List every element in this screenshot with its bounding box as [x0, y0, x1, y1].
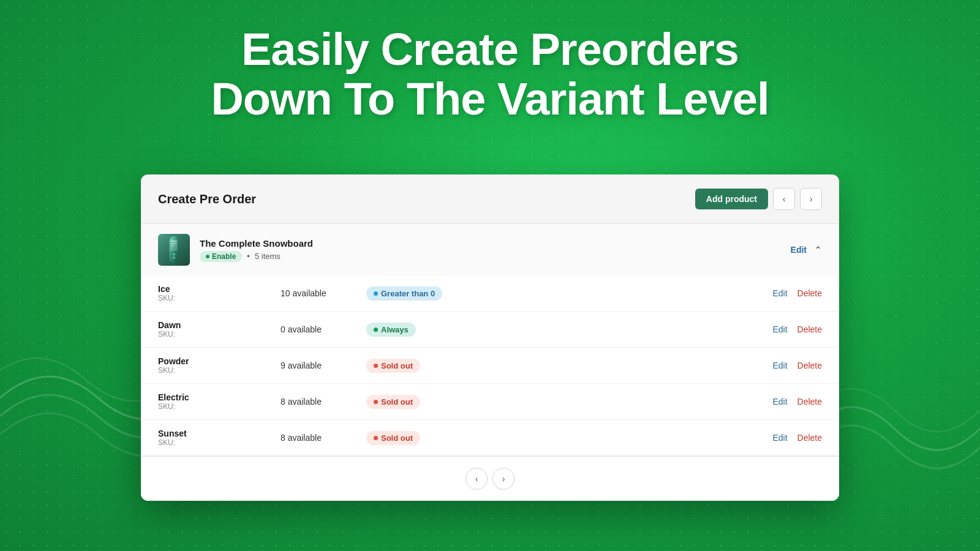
next-page-button[interactable]: › [800, 188, 822, 210]
product-edit-button[interactable]: Edit [791, 245, 807, 255]
variant-name-0: Ice [158, 284, 281, 294]
pagination-next-icon: › [502, 474, 505, 484]
variant-availability-3: 8 available [281, 397, 366, 407]
variant-actions-2: Edit Delete [772, 361, 822, 370]
badge-dot-2 [374, 364, 378, 368]
variant-actions-1: Edit Delete [772, 324, 822, 334]
variant-edit-button-4[interactable]: Edit [772, 433, 787, 443]
product-items-count: 5 items [255, 252, 281, 261]
badge-label-3: Sold out [381, 397, 413, 407]
chevron-right-icon: › [810, 194, 813, 204]
variant-delete-button-3[interactable]: Delete [797, 397, 822, 407]
variant-info-4: Sunset SKU: [158, 429, 281, 447]
table-row: Electric SKU: 8 available Sold out Edit … [141, 384, 839, 420]
variant-edit-button-3[interactable]: Edit [772, 397, 787, 407]
variant-delete-button-4[interactable]: Delete [797, 433, 822, 443]
main-card: Create Pre Order Add product ‹ › [141, 174, 839, 501]
enable-badge-label: Enable [212, 252, 236, 261]
product-meta: Enable • 5 items [200, 251, 791, 262]
variant-name-4: Sunset [158, 429, 281, 438]
prev-page-button[interactable]: ‹ [773, 188, 795, 210]
variant-badge-4: Sold out [366, 431, 772, 445]
svg-rect-2 [171, 241, 176, 242]
product-section: The Complete Snowboard Enable • 5 items … [141, 224, 839, 456]
variant-status-badge-0: Greater than 0 [366, 287, 442, 301]
table-row: Sunset SKU: 8 available Sold out Edit De… [141, 420, 839, 455]
variant-sku-2: SKU: [158, 366, 281, 375]
svg-rect-4 [171, 246, 175, 247]
header-actions: Add product ‹ › [695, 188, 822, 210]
badge-dot-1 [374, 328, 378, 332]
table-row: Ice SKU: 10 available Greater than 0 Edi… [141, 276, 839, 312]
badge-dot-0 [374, 291, 378, 296]
variant-edit-button-1[interactable]: Edit [772, 324, 787, 334]
product-enable-badge: Enable [200, 251, 242, 262]
variant-badge-2: Sold out [366, 359, 772, 373]
product-meta-dot: • [247, 252, 250, 261]
variant-list: Ice SKU: 10 available Greater than 0 Edi… [141, 276, 839, 455]
variant-badge-1: Always [366, 323, 772, 337]
card-header: Create Pre Order Add product ‹ › [141, 174, 839, 224]
card-body: The Complete Snowboard Enable • 5 items … [141, 224, 839, 456]
table-row: Dawn SKU: 0 available Always Edit Delete [141, 312, 839, 348]
variant-name-3: Electric [158, 392, 281, 402]
pagination-prev-button[interactable]: ‹ [466, 468, 488, 490]
chevron-left-icon: ‹ [783, 194, 786, 204]
svg-point-6 [173, 257, 175, 259]
collapse-icon[interactable]: ⌃ [814, 244, 822, 256]
variant-status-badge-4: Sold out [366, 431, 420, 445]
product-info: The Complete Snowboard Enable • 5 items [200, 238, 791, 262]
variant-sku-4: SKU: [158, 438, 281, 447]
product-header: The Complete Snowboard Enable • 5 items … [141, 224, 839, 276]
variant-badge-0: Greater than 0 [366, 287, 772, 301]
variant-availability-1: 0 available [281, 324, 366, 334]
pagination-next-button[interactable]: › [492, 468, 514, 490]
variant-info-3: Electric SKU: [158, 392, 281, 411]
variant-actions-0: Edit Delete [772, 288, 822, 298]
variant-delete-button-1[interactable]: Delete [797, 324, 822, 334]
badge-label-4: Sold out [381, 433, 413, 443]
badge-label-2: Sold out [381, 361, 413, 370]
pagination-prev-icon: ‹ [475, 474, 478, 484]
product-image [158, 234, 190, 266]
variant-availability-2: 9 available [281, 361, 366, 370]
variant-delete-button-0[interactable]: Delete [797, 288, 822, 298]
badge-dot-4 [374, 436, 378, 440]
badge-label-0: Greater than 0 [381, 289, 435, 298]
svg-point-5 [173, 253, 175, 256]
variant-status-badge-2: Sold out [366, 359, 420, 373]
variant-badge-3: Sold out [366, 395, 772, 409]
svg-rect-3 [171, 243, 176, 244]
table-row: Powder SKU: 9 available Sold out Edit De… [141, 348, 839, 384]
variant-delete-button-2[interactable]: Delete [797, 361, 822, 370]
variant-actions-4: Edit Delete [772, 433, 822, 443]
badge-dot-3 [374, 400, 378, 404]
variant-status-badge-3: Sold out [366, 395, 420, 409]
variant-sku-1: SKU: [158, 330, 281, 339]
variant-sku-0: SKU: [158, 294, 281, 302]
card-footer: ‹ › [141, 456, 839, 501]
variant-name-1: Dawn [158, 320, 281, 330]
variant-status-badge-1: Always [366, 323, 416, 337]
hero-title: Easily Create Preorders Down To The Vari… [0, 24, 980, 124]
product-actions: Edit ⌃ [791, 244, 822, 256]
variant-sku-3: SKU: [158, 402, 281, 411]
card-title: Create Pre Order [158, 192, 256, 206]
variant-name-2: Powder [158, 356, 281, 366]
hero-title-line2: Down To The Variant Level [49, 74, 931, 124]
variant-info-1: Dawn SKU: [158, 320, 281, 339]
variant-availability-4: 8 available [281, 433, 366, 443]
variant-edit-button-0[interactable]: Edit [772, 288, 787, 298]
variant-actions-3: Edit Delete [772, 397, 822, 407]
variant-info-2: Powder SKU: [158, 356, 281, 375]
hero-title-line1: Easily Create Preorders [49, 24, 931, 74]
variant-edit-button-2[interactable]: Edit [772, 361, 787, 370]
add-product-button[interactable]: Add product [695, 189, 768, 209]
product-name: The Complete Snowboard [200, 238, 791, 249]
variant-info-0: Ice SKU: [158, 284, 281, 302]
badge-label-1: Always [381, 325, 409, 334]
variant-availability-0: 10 available [281, 288, 366, 298]
